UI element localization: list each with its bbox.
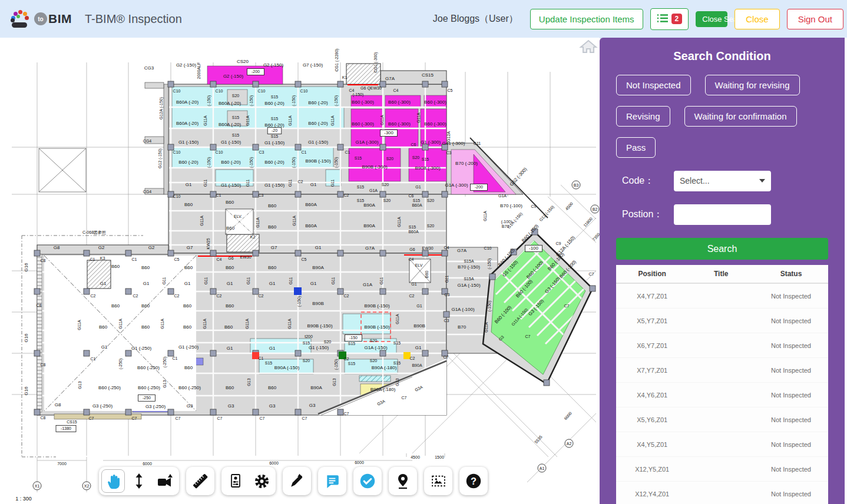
plan-label: G13 xyxy=(163,380,167,387)
plan-label: B60 xyxy=(141,265,150,270)
plan-label: S15 xyxy=(348,341,356,346)
plan-label: C7 xyxy=(217,416,223,420)
plan-label: G16 xyxy=(24,386,29,396)
table-row[interactable]: X12,Y5,Z01Not Inspected xyxy=(616,457,828,482)
plan-label: G2 xyxy=(98,245,105,250)
approve-check-button[interactable] xyxy=(356,469,379,493)
table-row[interactable]: X4,Y5,Z01Not Inspected xyxy=(616,432,828,457)
plan-label: G7 xyxy=(271,245,277,250)
plan-label: G1 xyxy=(101,344,108,350)
table-row[interactable]: X4,Y6,Z01Not Inspected xyxy=(616,383,828,407)
plan-label: C5 xyxy=(302,257,307,261)
comment-button[interactable] xyxy=(320,469,344,493)
plan-label: G1A xyxy=(498,194,507,198)
plan-label: G11 xyxy=(379,277,383,285)
plan-label: S20 xyxy=(382,183,389,187)
plan-label: S20 xyxy=(386,157,394,161)
markup-pen-button[interactable] xyxy=(285,469,309,493)
plan-label: G13 xyxy=(395,378,399,386)
app-header: to BIM T-BIM® Inspection Joe Bloggs（User… xyxy=(0,0,847,38)
pan-hand-button[interactable] xyxy=(101,469,125,493)
plan-label: C7 xyxy=(525,334,531,339)
sign-out-button[interactable]: Sign Out xyxy=(787,9,843,29)
camera-view-button[interactable] xyxy=(153,469,177,493)
plan-label: G7 (-150) xyxy=(303,62,323,68)
filter-not-inspected[interactable]: Not Inspected xyxy=(616,75,691,95)
plan-label: S15 xyxy=(355,156,362,160)
plan-label: G6 xyxy=(409,247,415,251)
filter-revising[interactable]: Revising xyxy=(616,106,670,127)
settings-button[interactable] xyxy=(250,469,273,493)
plan-label: G1 xyxy=(315,245,322,250)
plan-label: B60 (-300) xyxy=(352,121,374,127)
filter-waiting-for-revising[interactable]: Waiting for revising xyxy=(705,75,800,95)
table-row[interactable]: X5,Y7,Z01Not Inspected xyxy=(616,309,828,333)
home-icon[interactable] xyxy=(581,41,596,52)
search-button[interactable]: Search xyxy=(616,238,828,260)
cell: X4,Y6,Z01 xyxy=(616,392,688,399)
close-button[interactable]: Close xyxy=(734,9,779,29)
plan-label: C8 xyxy=(37,303,42,307)
plan-label: G11A xyxy=(256,217,260,228)
plan-label: X1 xyxy=(35,484,40,488)
floor-plan-canvas[interactable]: CG3G2 (-150)2000ALFCS20G2 (-150)-200G2 (… xyxy=(0,38,600,504)
screenshot-button[interactable] xyxy=(426,469,450,493)
table-row[interactable]: X5,Y6,Z01Not Inspected xyxy=(616,407,828,432)
marker-blue[interactable] xyxy=(294,287,302,295)
plan-label: G1A (-150) xyxy=(457,283,480,288)
plan-label: 7350 xyxy=(591,232,600,241)
plan-label: CG4 xyxy=(143,190,152,194)
plan-label: -1380 xyxy=(61,426,71,430)
inspection-list-button[interactable]: 2 xyxy=(650,8,689,30)
plan-label: G1 (-150) xyxy=(264,140,285,145)
plan-label: C1 xyxy=(132,257,137,261)
plan-label: S15 xyxy=(357,198,365,203)
plan-label: G1 xyxy=(186,182,192,187)
plan-label: C3 xyxy=(444,319,449,323)
plan-label: -100 xyxy=(529,246,539,251)
layers-settings-button[interactable] xyxy=(224,469,247,493)
plan-label: S20 xyxy=(370,339,378,343)
location-button[interactable] xyxy=(391,469,415,493)
code-select[interactable]: Select... xyxy=(674,171,771,191)
close-search-button[interactable]: Close Search xyxy=(696,11,727,27)
plan-label: C7 xyxy=(589,272,594,276)
table-row[interactable]: X4,Y7,Z01Not Inspected xyxy=(616,284,828,309)
plan-label: C1 xyxy=(91,357,96,361)
plan-label: G1 (-150) xyxy=(221,183,241,188)
plan-label: G16 xyxy=(24,333,29,343)
plan-label: G1A xyxy=(369,188,378,193)
plan-label: C5 xyxy=(448,88,453,92)
plan-label: B90A xyxy=(363,203,375,208)
plan-label: B60 (-20) xyxy=(264,101,284,106)
position-input[interactable] xyxy=(674,204,771,225)
table-row[interactable]: X6,Y7,Z01Not Inspected xyxy=(616,333,828,358)
filter-waiting-for-confirmation[interactable]: Waiting for confirmation xyxy=(684,106,797,127)
plan-label: G11A xyxy=(292,215,296,226)
plan-label: C7 xyxy=(260,416,265,420)
plan-label: ELV. xyxy=(234,214,242,218)
plan-label: B60 xyxy=(111,303,120,309)
measure-button[interactable] xyxy=(188,469,212,493)
plan-label: G16 xyxy=(24,263,29,272)
plan-label: G11A xyxy=(200,215,204,226)
table-row[interactable]: X7,Y7,Z01Not Inspected xyxy=(616,358,828,383)
plan-label: -200 xyxy=(252,69,260,74)
plan-label: -250 xyxy=(143,396,151,400)
plan-label: C2 xyxy=(133,294,138,298)
plan-label: C2 xyxy=(259,294,264,298)
plan-label: G11 xyxy=(331,277,335,285)
plan-label: G1 xyxy=(416,304,422,308)
plan-label: S15 xyxy=(393,361,401,365)
plan-label: CS20 xyxy=(237,59,249,64)
plan-label: B60 xyxy=(99,324,108,330)
update-inspection-items-button[interactable]: Update Inspection Items xyxy=(530,9,643,29)
vertical-move-button[interactable] xyxy=(127,469,151,493)
floor-plan-drawing[interactable]: CG3G2 (-150)2000ALFCS20G2 (-150)-200G2 (… xyxy=(0,38,600,504)
cell: X4,Y7,Z01 xyxy=(616,293,688,300)
plan-label: C10 xyxy=(173,194,181,198)
help-button[interactable]: ? xyxy=(462,469,485,493)
plan-label: G1A xyxy=(363,282,373,287)
table-row[interactable]: X12,Y4,Z01Not Inspected xyxy=(616,482,828,504)
filter-pass[interactable]: Pass xyxy=(616,137,656,158)
